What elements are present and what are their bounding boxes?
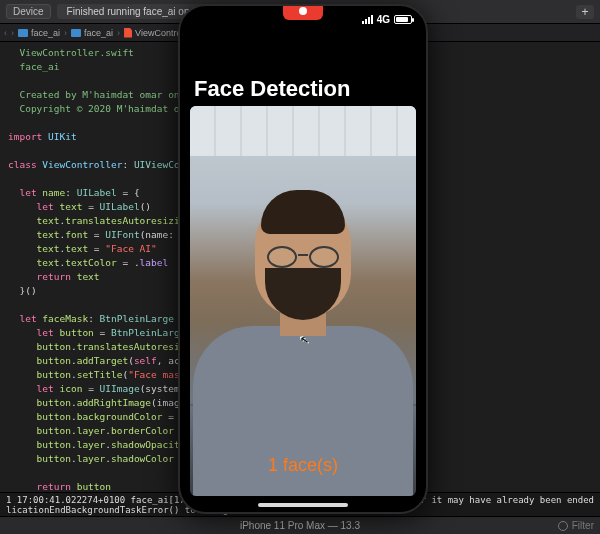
swift-file-icon	[124, 28, 132, 38]
var: faceMask	[42, 313, 88, 324]
p: =	[88, 243, 105, 254]
m: shadowColor	[111, 453, 174, 464]
record-icon	[299, 7, 307, 15]
var: name	[42, 187, 65, 198]
kw: import	[8, 131, 42, 142]
kw: let	[19, 313, 36, 324]
var: button	[60, 327, 94, 338]
breadcrumb-label: face_ai	[84, 28, 113, 38]
var: button	[37, 355, 71, 366]
var: text	[37, 215, 60, 226]
face-count-label: 1 face(s)	[190, 455, 416, 476]
simulator-device-label: iPhone 11 Pro Max — 13.3	[240, 520, 360, 531]
m: backgroundColor	[77, 411, 163, 422]
m: layer	[77, 439, 106, 450]
p: = .	[117, 257, 140, 268]
filter-icon	[558, 521, 568, 531]
var: text	[60, 201, 83, 212]
chevron-left-icon[interactable]: ‹	[4, 28, 7, 38]
record-indicator[interactable]	[283, 4, 323, 20]
type: BtnPleinLarge	[100, 313, 174, 324]
var: button	[37, 411, 71, 422]
filter-placeholder: Filter	[572, 520, 594, 531]
type: ViewController	[42, 159, 122, 170]
p: }()	[19, 285, 36, 296]
e: label	[140, 257, 169, 268]
var: button	[77, 481, 111, 492]
filter-field[interactable]: Filter	[558, 520, 594, 531]
page-title: Face Detection	[194, 76, 351, 102]
var: button	[37, 369, 71, 380]
breadcrumb-project[interactable]: face_ai	[18, 28, 60, 38]
kw: return	[37, 271, 71, 282]
var: text	[37, 243, 60, 254]
p: (name:	[140, 229, 180, 240]
add-button[interactable]: +	[576, 5, 594, 19]
var: button	[37, 397, 71, 408]
t: UIImage	[100, 383, 140, 394]
p: ()	[140, 201, 151, 212]
chevron-right-icon[interactable]: ›	[11, 28, 14, 38]
p: =	[88, 229, 105, 240]
m: textColor	[65, 257, 116, 268]
p: =	[94, 327, 111, 338]
m: borderColor	[111, 425, 174, 436]
p: =	[82, 201, 99, 212]
s: "Face AI"	[105, 243, 156, 254]
folder-icon	[71, 29, 81, 37]
module: UIKit	[48, 131, 77, 142]
kw: let	[37, 327, 54, 338]
t: BtnPleinLarge	[111, 327, 185, 338]
kw: return	[37, 481, 71, 492]
ios-simulator[interactable]: 4G Face Detection 1 face(s)	[178, 4, 428, 514]
code-comment: face_ai	[8, 61, 59, 72]
m: font	[65, 229, 88, 240]
project-icon	[18, 29, 28, 37]
kw: let	[37, 201, 54, 212]
var: text	[37, 229, 60, 240]
bottom-bar: iPhone 11 Pro Max — 13.3 Filter	[0, 516, 600, 534]
kw: let	[37, 383, 54, 394]
m: text	[65, 243, 88, 254]
m: shadowOpacity	[111, 439, 185, 450]
kw: class	[8, 159, 37, 170]
code-comment: ViewController.swift	[8, 47, 134, 58]
var: button	[37, 439, 71, 450]
breadcrumb-label: face_ai	[31, 28, 60, 38]
kw: let	[19, 187, 36, 198]
type: UILabel	[100, 201, 140, 212]
m: addRightImage	[77, 397, 151, 408]
t: UIFont	[105, 229, 139, 240]
camera-preview: 1 face(s)	[190, 106, 416, 496]
var: button	[37, 341, 71, 352]
m: layer	[77, 425, 106, 436]
device-selector[interactable]: Device	[6, 4, 51, 19]
m: addTarget	[77, 355, 128, 366]
kw: self	[134, 355, 157, 366]
var: icon	[60, 383, 83, 394]
m: layer	[77, 453, 106, 464]
app-screen: Face Detection 1 face(s)	[180, 6, 426, 512]
home-indicator[interactable]	[258, 503, 348, 507]
var: text	[37, 257, 60, 268]
p: =	[82, 383, 99, 394]
breadcrumb-folder[interactable]: face_ai	[71, 28, 113, 38]
punct: = {	[117, 187, 140, 198]
var: text	[77, 271, 100, 282]
var: button	[37, 425, 71, 436]
type: UILabel	[77, 187, 117, 198]
var: button	[37, 453, 71, 464]
m: setTitle	[77, 369, 123, 380]
